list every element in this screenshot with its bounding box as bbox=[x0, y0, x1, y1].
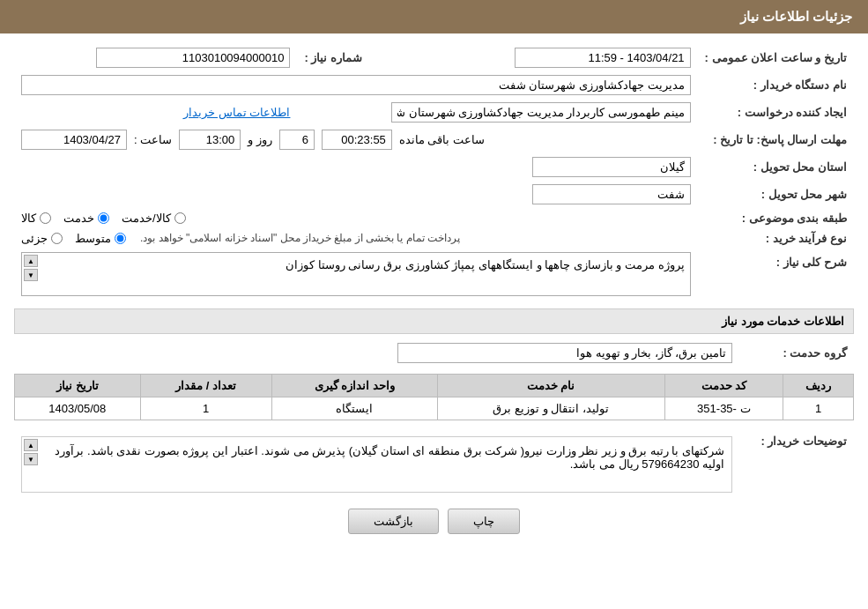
table-row: شهر محل تحویل : bbox=[14, 181, 854, 208]
process-jozvi-label: جزئی bbox=[21, 232, 48, 245]
city-label: شهر محل تحویل : bbox=[698, 181, 854, 208]
notes-scroll-down-btn[interactable]: ▼ bbox=[24, 453, 38, 465]
back-button[interactable]: بازگشت bbox=[348, 509, 439, 534]
buttons-row: بازگشت چاپ bbox=[14, 509, 854, 534]
requester-label: ایجاد کننده درخواست : bbox=[698, 99, 854, 126]
need-number-input[interactable] bbox=[96, 48, 290, 68]
col-date: تاریخ نیاز bbox=[15, 375, 141, 397]
deadline-time-input[interactable] bbox=[179, 130, 241, 150]
process-label: نوع فرآیند خرید : bbox=[698, 228, 854, 249]
process-motavaset-radio[interactable] bbox=[115, 233, 126, 244]
table-row: 1ت -35-351تولید، انتقال و توزیع برقایستگ… bbox=[15, 397, 854, 420]
service-group-table: گروه حدمت : bbox=[14, 339, 854, 367]
main-info-table: تاریخ و ساعت اعلان عمومی : شماره نیاز : … bbox=[14, 44, 854, 300]
page-container: جزئیات اطلاعات نیاز تاریخ و ساعت اعلان ع… bbox=[0, 0, 868, 609]
service-group-input[interactable] bbox=[397, 343, 732, 363]
notes-scrollbar: ▲ ▼ bbox=[24, 439, 38, 465]
requester-input[interactable] bbox=[391, 102, 691, 123]
buyer-notes-label: توضیحات خریدار : bbox=[739, 429, 854, 496]
need-number-label: شماره نیاز : bbox=[297, 44, 438, 71]
cell-quantity: 1 bbox=[140, 397, 271, 420]
deadline-time-label: ساعت : bbox=[134, 133, 172, 146]
announce-date-label: تاریخ و ساعت اعلان عمومی : bbox=[698, 44, 854, 71]
category-khadamat-label: خدمت bbox=[63, 212, 94, 225]
print-button[interactable]: چاپ bbox=[448, 509, 520, 534]
category-kala-khadamat-option[interactable]: کالا/خدمت bbox=[122, 212, 186, 225]
scroll-down-btn[interactable]: ▼ bbox=[24, 269, 38, 281]
category-khadamat-radio[interactable] bbox=[98, 212, 109, 224]
cell-service_name: تولید، انتقال و توزیع برق bbox=[437, 397, 664, 420]
category-kala-khadamat-label: کالا/خدمت bbox=[122, 212, 171, 225]
scrollbar-arrows: ▲ ▼ bbox=[24, 255, 38, 281]
description-box: ▲ ▼ پروژه مرمت و بازسازی چاهها و ایستگاه… bbox=[21, 252, 691, 296]
description-text: پروژه مرمت و بازسازی چاهها و ایستگاههای … bbox=[41, 258, 685, 271]
category-kala-option[interactable]: کالا bbox=[21, 212, 51, 225]
notes-scroll-up-btn[interactable]: ▲ bbox=[24, 439, 38, 451]
buyer-org-input[interactable] bbox=[21, 75, 691, 95]
table-row: ایجاد کننده درخواست : اطلاعات تماس خریدا… bbox=[14, 99, 854, 126]
deadline-days-input[interactable] bbox=[279, 130, 315, 150]
category-kala-khadamat-radio[interactable] bbox=[174, 212, 186, 224]
table-row: تاریخ و ساعت اعلان عمومی : شماره نیاز : bbox=[14, 44, 854, 71]
category-kala-radio[interactable] bbox=[40, 212, 51, 224]
col-unit: واحد اندازه گیری bbox=[271, 375, 437, 397]
page-title: جزئیات اطلاعات نیاز bbox=[740, 9, 852, 24]
buyer-org-label: نام دستگاه خریدار : bbox=[698, 71, 854, 99]
contact-link[interactable]: اطلاعات تماس خریدار bbox=[183, 106, 290, 119]
table-row: توضیحات خریدار : ▲ ▼ شرکتهای با رتبه برق… bbox=[14, 429, 854, 496]
deadline-label: مهلت ارسال پاسخ: تا تاریخ : bbox=[698, 126, 854, 153]
table-row: شرح کلی نیاز : ▲ ▼ پروژه مرمت و بازسازی … bbox=[14, 249, 854, 300]
deadline-date-input[interactable] bbox=[21, 130, 127, 150]
process-notice: پرداخت تمام یا بخشی از مبلغ خریداز محل "… bbox=[140, 232, 460, 244]
category-label: طبقه بندی موضوعی : bbox=[698, 208, 854, 228]
content-area: تاریخ و ساعت اعلان عمومی : شماره نیاز : … bbox=[0, 33, 868, 545]
process-jozvi-option[interactable]: جزئی bbox=[21, 232, 63, 245]
services-section-title: اطلاعات خدمات مورد نیاز bbox=[14, 308, 854, 334]
province-label: استان محل تحویل : bbox=[698, 153, 854, 181]
description-label: شرح کلی نیاز : bbox=[698, 249, 854, 300]
deadline-remaining-input[interactable] bbox=[322, 130, 392, 150]
category-kala-label: کالا bbox=[21, 212, 36, 225]
buyer-notes-text: شرکتهای با رتبه برق و زیر نظر وزارت نیرو… bbox=[55, 444, 724, 471]
cell-date: 1403/05/08 bbox=[15, 397, 141, 420]
table-row: گروه حدمت : bbox=[14, 339, 854, 367]
table-row: نام دستگاه خریدار : bbox=[14, 71, 854, 99]
col-service-code: کد حدمت bbox=[664, 375, 783, 397]
scroll-up-btn[interactable]: ▲ bbox=[24, 255, 38, 267]
cell-row_num: 1 bbox=[783, 397, 854, 420]
deadline-day-label: روز و bbox=[248, 133, 272, 146]
city-input[interactable] bbox=[532, 184, 691, 204]
services-table: ردیف کد حدمت نام خدمت واحد اندازه گیری ت… bbox=[14, 374, 854, 420]
cell-unit: ایستگاه bbox=[271, 397, 437, 420]
province-input[interactable] bbox=[532, 157, 691, 177]
announce-date-input[interactable] bbox=[515, 48, 691, 68]
process-motavaset-label: متوسط bbox=[75, 232, 111, 245]
process-jozvi-radio[interactable] bbox=[51, 233, 63, 244]
deadline-remaining-label: ساعت باقی مانده bbox=[399, 133, 485, 146]
category-khadamat-option[interactable]: خدمت bbox=[63, 212, 109, 225]
notes-table: توضیحات خریدار : ▲ ▼ شرکتهای با رتبه برق… bbox=[14, 429, 854, 496]
table-header-row: ردیف کد حدمت نام خدمت واحد اندازه گیری ت… bbox=[15, 375, 854, 397]
table-row: نوع فرآیند خرید : جزئی متوسط bbox=[14, 228, 854, 249]
col-service-name: نام خدمت bbox=[437, 375, 664, 397]
cell-service_code: ت -35-351 bbox=[664, 397, 783, 420]
col-quantity: تعداد / مقدار bbox=[140, 375, 271, 397]
process-motavaset-option[interactable]: متوسط bbox=[75, 232, 126, 245]
service-group-label: گروه حدمت : bbox=[739, 339, 854, 367]
page-header: جزئیات اطلاعات نیاز bbox=[0, 0, 868, 33]
table-row: طبقه بندی موضوعی : کالا خدمت bbox=[14, 208, 854, 228]
buyer-notes-box: ▲ ▼ شرکتهای با رتبه برق و زیر نظر وزارت … bbox=[21, 436, 732, 493]
table-row: استان محل تحویل : bbox=[14, 153, 854, 181]
col-rownum: ردیف bbox=[783, 375, 854, 397]
table-row: مهلت ارسال پاسخ: تا تاریخ : ساعت : روز و… bbox=[14, 126, 854, 153]
